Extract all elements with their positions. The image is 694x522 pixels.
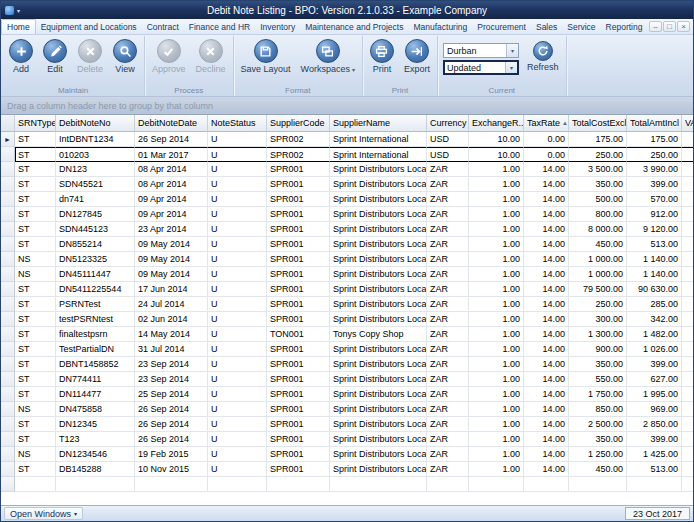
table-row[interactable]: STDN12308 Apr 2014USPR001Sprint Distribu…	[1, 162, 693, 177]
row-indicator-cell	[1, 312, 15, 327]
edit-button[interactable]: Edit	[38, 37, 72, 74]
cell-totalamtincl: 285.00	[627, 297, 682, 312]
cell-debitnoteno: T123	[56, 432, 135, 447]
table-row[interactable]: STDN11447725 Sep 2014USPR001Sprint Distr…	[1, 387, 693, 402]
column-header-debitnoteno[interactable]: DebitNoteNo	[56, 115, 135, 132]
tab-contract[interactable]: Contract	[142, 19, 184, 34]
table-row[interactable]: STDB14528810 Nov 2015USPR001Sprint Distr…	[1, 462, 693, 477]
cell-currency: ZAR	[427, 327, 469, 342]
cell-currency: ZAR	[427, 267, 469, 282]
tab-home[interactable]: Home	[1, 19, 36, 34]
site-selector[interactable]: Durban ▾	[443, 43, 519, 58]
delete-button: Delete	[72, 37, 108, 74]
group-label-current: Current	[440, 85, 564, 96]
cell-exchanger: 1.00	[469, 312, 524, 327]
row-indicator-cell	[1, 222, 15, 237]
table-row[interactable]: NSDN512332509 May 2014USPR001Sprint Dist…	[1, 252, 693, 267]
group-label-maintain: Maintain	[4, 85, 142, 96]
close-button[interactable]: ×	[677, 21, 690, 32]
cell-totalamtincl	[627, 477, 682, 492]
column-header-totalamtincl[interactable]: TotalAmtIncl	[627, 115, 682, 132]
chevron-down-icon[interactable]: ▾	[505, 62, 517, 73]
table-row[interactable]: STDBNT145885223 Sep 2014USPR001Sprint Di…	[1, 357, 693, 372]
table-row[interactable]: ST01020301 Mar 2017USPR002Sprint Interna…	[1, 147, 693, 162]
column-header-debitnotedate[interactable]: DebitNoteDate	[135, 115, 208, 132]
row-indicator-cell	[1, 387, 15, 402]
row-indicator-cell	[1, 432, 15, 447]
tab-inventory[interactable]: Inventory	[255, 19, 300, 34]
cell-notestatus: U	[208, 372, 267, 387]
workspaces-button[interactable]: Workspaces ▾	[296, 37, 360, 74]
cell-suppliercode: SPR001	[267, 402, 330, 417]
table-row-partial[interactable]	[1, 477, 693, 492]
restore-button[interactable]: □	[663, 21, 676, 32]
tab-manufacturing[interactable]: Manufacturing	[408, 19, 472, 34]
row-indicator-cell	[1, 237, 15, 252]
table-row[interactable]: STtestPSRNtest02 Jun 2014USPR001Sprint D…	[1, 312, 693, 327]
table-row[interactable]: STSDN4552108 Apr 2014USPR001Sprint Distr…	[1, 177, 693, 192]
cell-exchanger: 1.00	[469, 162, 524, 177]
table-row[interactable]: STDN77441123 Sep 2014USPR001Sprint Distr…	[1, 372, 693, 387]
table-row[interactable]: STfinaltestpsrn14 May 2014UTON001Tonys C…	[1, 327, 693, 342]
table-row[interactable]: NSDN123454619 Feb 2015USPR001Sprint Dist…	[1, 447, 693, 462]
table-row[interactable]: ►STIntDBNT123426 Sep 2014USPR002Sprint I…	[1, 132, 693, 147]
table-row[interactable]: NSDN47585826 Sep 2014USPR001Sprint Distr…	[1, 402, 693, 417]
column-header-totalcostexcl[interactable]: TotalCostExcl	[569, 115, 627, 132]
cell-notestatus: U	[208, 387, 267, 402]
tab-equipment-and-locations[interactable]: Equipment and Locations	[36, 19, 142, 34]
table-row[interactable]: STT12326 Sep 2014USPR001Sprint Distribut…	[1, 432, 693, 447]
column-header-suppliercode[interactable]: SupplierCode	[267, 115, 330, 132]
column-header-currency[interactable]: Currency	[427, 115, 469, 132]
table-row[interactable]: STPSRNTest24 Jul 2014USPR001Sprint Distr…	[1, 297, 693, 312]
table-row[interactable]: STTestPartialDN31 Jul 2014USPR001Sprint …	[1, 342, 693, 357]
tab-procurement[interactable]: Procurement	[472, 19, 531, 34]
table-row[interactable]: STDN541122554417 Jun 2014USPR001Sprint D…	[1, 282, 693, 297]
tab-finance-and-hr[interactable]: Finance and HR	[184, 19, 255, 34]
refresh-button[interactable]: Refresh	[522, 37, 564, 72]
ribbon: Add Edit Delete	[1, 35, 693, 97]
column-header-vat[interactable]: VAT	[682, 115, 693, 132]
cell-debitnoteno: 010203	[56, 147, 135, 162]
table-row[interactable]: STDN85521409 May 2014USPR001Sprint Distr…	[1, 237, 693, 252]
cell-totalcostexcl	[569, 477, 627, 492]
status-filter-selector[interactable]: Updated ▾	[443, 60, 519, 75]
minimize-button[interactable]: –	[649, 21, 662, 32]
save-layout-button[interactable]: Save Layout	[236, 37, 296, 74]
add-button[interactable]: Add	[4, 37, 38, 74]
print-button[interactable]: Print	[365, 37, 399, 74]
table-row[interactable]: NSDN4511144709 May 2014USPR001Sprint Dis…	[1, 267, 693, 282]
view-button[interactable]: View	[108, 37, 142, 74]
cell-debitnoteno: DN12345	[56, 417, 135, 432]
tab-maintenance-and-projects[interactable]: Maintenance and Projects	[300, 19, 408, 34]
quick-access-dropdown-icon[interactable]: ▾	[17, 7, 20, 14]
column-header-srntype[interactable]: SRNType	[15, 115, 56, 132]
group-by-bar[interactable]: Drag a column header here to group by th…	[1, 97, 693, 115]
row-indicator-cell	[1, 417, 15, 432]
column-header-suppliername[interactable]: SupplierName	[330, 115, 427, 132]
cell-srntype: ST	[15, 282, 56, 297]
tab-service[interactable]: Service	[562, 19, 600, 34]
cell-taxrate: 14.00	[524, 192, 569, 207]
cell-notestatus: U	[208, 417, 267, 432]
column-header-taxrate[interactable]: TaxRate▲	[524, 115, 569, 132]
window-buttons: – □ ×	[646, 19, 693, 34]
chevron-down-icon[interactable]: ▾	[506, 44, 518, 57]
tab-sales[interactable]: Sales	[531, 19, 562, 34]
add-label: Add	[13, 64, 29, 74]
cell-taxrate: 14.00	[524, 207, 569, 222]
column-header-notestatus[interactable]: NoteStatus	[208, 115, 267, 132]
export-button[interactable]: Export	[399, 37, 435, 74]
cell-suppliername: Sprint Distributors Local	[330, 387, 427, 402]
tab-reporting[interactable]: Reporting	[601, 19, 646, 34]
table-row[interactable]: STDN1234526 Sep 2014USPR001Sprint Distri…	[1, 417, 693, 432]
cell-suppliercode: SPR001	[267, 447, 330, 462]
cell-suppliercode: SPR001	[267, 312, 330, 327]
table-row[interactable]: STDN12784509 Apr 2014USPR001Sprint Distr…	[1, 207, 693, 222]
table-row[interactable]: STSDN44512323 Apr 2014USPR001Sprint Dist…	[1, 222, 693, 237]
decline-icon	[199, 39, 223, 63]
cell-exchanger: 1.00	[469, 372, 524, 387]
column-header-exchanger[interactable]: ExchangeR...	[469, 115, 524, 132]
cell-taxrate	[524, 477, 569, 492]
open-windows-button[interactable]: Open Windows ▾	[4, 507, 83, 520]
table-row[interactable]: STdn74109 Apr 2014USPR001Sprint Distribu…	[1, 192, 693, 207]
